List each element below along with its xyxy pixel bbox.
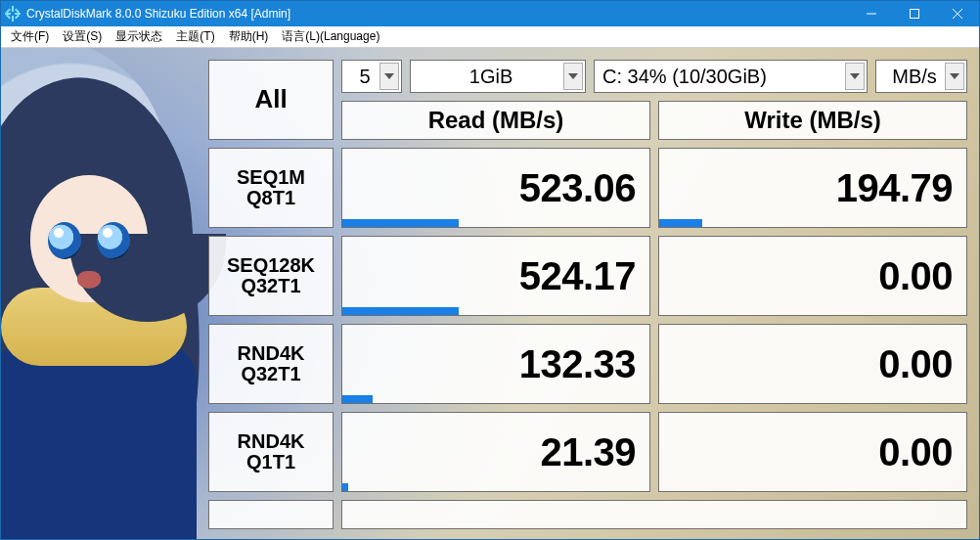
test-row-3: RND4K Q1T1 21.39 0.00 — [208, 412, 967, 492]
minimize-button[interactable] — [850, 1, 893, 26]
test-label-line1: RND4K — [238, 431, 305, 452]
chevron-down-icon — [945, 63, 964, 90]
test-size-select[interactable]: 1GiB — [410, 60, 586, 93]
test-label-line1: RND4K — [238, 343, 305, 364]
menu-settings[interactable]: 设置(S) — [57, 26, 108, 47]
test-button-seq1m-q8t1[interactable]: SEQ1M Q8T1 — [208, 148, 334, 228]
write-value-cell: 0.00 — [658, 324, 967, 404]
footer-row — [208, 500, 967, 529]
unit-select[interactable]: MB/s — [875, 60, 967, 93]
read-value-cell: 21.39 — [341, 412, 650, 492]
drive-value: C: 34% (10/30GiB) — [595, 66, 867, 88]
titlebar[interactable]: CrystalDiskMark 8.0.0 Shizuku Edition x6… — [1, 1, 979, 26]
test-label-line1: SEQ1M — [237, 167, 305, 188]
test-label-line2: Q32T1 — [241, 276, 300, 296]
svg-rect-0 — [12, 6, 14, 12]
test-label-line1: SEQ128K — [227, 255, 315, 276]
menu-view[interactable]: 显示状态 — [110, 26, 168, 47]
svg-rect-7 — [15, 9, 20, 14]
menu-theme[interactable]: 主题(T) — [170, 26, 220, 47]
maximize-button[interactable] — [893, 1, 936, 26]
test-row-1: SEQ128K Q32T1 524.17 0.00 — [208, 236, 967, 316]
close-button[interactable] — [936, 1, 979, 26]
svg-rect-5 — [15, 15, 20, 20]
read-value: 523.06 — [519, 166, 636, 210]
read-progress-bar — [342, 395, 373, 403]
chevron-down-icon — [379, 63, 399, 90]
read-value-cell: 523.06 — [341, 148, 650, 228]
read-value: 132.33 — [519, 342, 636, 386]
read-value: 524.17 — [519, 254, 636, 298]
read-value-cell: 132.33 — [341, 324, 650, 404]
window-title: CrystalDiskMark 8.0.0 Shizuku Edition x6… — [26, 7, 850, 21]
chevron-down-icon — [563, 63, 583, 90]
test-label-line2: Q8T1 — [246, 188, 295, 208]
svg-rect-4 — [6, 9, 11, 14]
write-value: 0.00 — [878, 430, 953, 474]
write-value: 0.00 — [878, 342, 953, 386]
read-header: Read (MB/s) — [341, 101, 650, 140]
write-header: Write (MB/s) — [658, 101, 967, 140]
run-all-button[interactable]: All — [208, 60, 334, 140]
test-size-value: 1GiB — [411, 66, 585, 88]
test-row-2: RND4K Q32T1 132.33 0.00 — [208, 324, 967, 404]
test-label-line2: Q32T1 — [241, 364, 300, 384]
app-window: CrystalDiskMark 8.0.0 Shizuku Edition x6… — [0, 0, 980, 540]
write-value: 0.00 — [878, 254, 953, 298]
write-progress-bar — [659, 219, 702, 227]
test-count-select[interactable]: 5 — [341, 60, 402, 93]
test-button-rnd4k-q32t1[interactable]: RND4K Q32T1 — [208, 324, 334, 404]
test-button-seq128k-q32t1[interactable]: SEQ128K Q32T1 — [208, 236, 334, 316]
test-row-0: SEQ1M Q8T1 523.06 194.79 — [208, 148, 967, 228]
app-icon — [5, 6, 21, 22]
write-value-cell: 0.00 — [658, 412, 967, 492]
read-value-cell: 524.17 — [341, 236, 650, 316]
chevron-down-icon — [845, 63, 865, 90]
menu-language[interactable]: 语言(L)(Language) — [276, 26, 385, 47]
read-progress-bar — [342, 219, 459, 227]
svg-rect-9 — [911, 10, 919, 19]
menu-file[interactable]: 文件(F) — [5, 26, 55, 47]
test-button-rnd4k-q1t1[interactable]: RND4K Q1T1 — [208, 412, 334, 492]
write-value-cell: 0.00 — [658, 236, 967, 316]
footer-spacer — [208, 500, 334, 529]
test-label-line2: Q1T1 — [246, 452, 295, 472]
menubar: 文件(F) 设置(S) 显示状态 主题(T) 帮助(H) 语言(L)(Langu… — [1, 26, 979, 48]
drive-select[interactable]: C: 34% (10/30GiB) — [594, 60, 868, 93]
read-progress-bar — [342, 307, 459, 315]
write-value-cell: 194.79 — [658, 148, 967, 228]
window-controls — [850, 1, 979, 26]
write-value: 194.79 — [836, 166, 953, 210]
footer-status — [341, 500, 967, 529]
benchmark-grid: All 5 1GiB C: 34% (10/30GiB) — [208, 60, 967, 529]
settings-row: All 5 1GiB C: 34% (10/30GiB) — [208, 60, 967, 93]
client-area: All 5 1GiB C: 34% (10/30GiB) — [1, 48, 979, 539]
svg-rect-2 — [5, 13, 11, 15]
read-progress-bar — [342, 483, 348, 491]
run-all-label: All — [254, 86, 287, 112]
svg-rect-1 — [12, 16, 14, 22]
read-value: 21.39 — [540, 430, 636, 474]
menu-help[interactable]: 帮助(H) — [223, 26, 275, 47]
svg-rect-6 — [6, 15, 11, 20]
svg-rect-3 — [15, 13, 21, 15]
